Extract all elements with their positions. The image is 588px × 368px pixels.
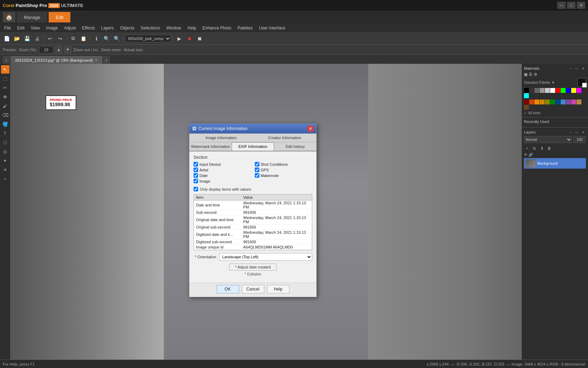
swatch-red[interactable] <box>555 88 560 93</box>
dodge-tool[interactable]: ☀ <box>1 165 9 174</box>
crop-tool[interactable]: ✂ <box>1 83 9 92</box>
cb-image[interactable]: Image <box>194 179 251 183</box>
move-tool[interactable]: ✥ <box>1 93 9 101</box>
home-button[interactable]: 🏠 <box>3 12 15 22</box>
cb-shot-conditions-checkbox[interactable] <box>255 162 259 166</box>
settings-icon[interactable]: ⚙ <box>534 72 537 77</box>
zoom-out-button[interactable]: 🔍 <box>112 34 121 43</box>
tab-close-button[interactable]: ✕ <box>95 58 98 62</box>
menu-view[interactable]: View <box>28 25 43 31</box>
cb-gps-checkbox[interactable] <box>255 168 259 172</box>
menu-user-interface[interactable]: User Interface <box>256 25 288 31</box>
menu-layers[interactable]: Layers <box>98 25 117 31</box>
select-tool[interactable]: ↖ <box>1 65 9 74</box>
swatch-tan[interactable] <box>576 100 581 104</box>
swatch-dark-orange[interactable] <box>540 100 545 104</box>
background-color-swatch[interactable] <box>582 83 587 88</box>
visibility-icon[interactable]: 👁 <box>524 153 527 157</box>
swatch-light-gray[interactable] <box>540 88 545 93</box>
only-display-checkbox[interactable] <box>194 187 198 191</box>
swatch-orange[interactable] <box>534 100 539 104</box>
manage-button[interactable]: Manage <box>17 12 47 22</box>
cb-artist-checkbox[interactable] <box>194 168 198 172</box>
cb-date-checkbox[interactable] <box>194 173 198 178</box>
info-button[interactable]: ℹ <box>92 34 101 43</box>
zoom-in-button[interactable]: 🔍 <box>102 34 111 43</box>
swatch-lighter-gray[interactable] <box>545 88 550 93</box>
eraser-tool[interactable]: ⌫ <box>1 111 9 119</box>
heal-tool[interactable]: ✦ <box>1 156 9 165</box>
menu-window[interactable]: Window <box>163 25 184 31</box>
stop-button[interactable]: ⏹ <box>195 34 204 43</box>
copy-button[interactable]: ⧉ <box>69 34 78 43</box>
edit-button[interactable]: Edit <box>49 12 70 22</box>
cb-date[interactable]: Date <box>194 173 251 178</box>
swatch-blue[interactable] <box>566 88 571 93</box>
swatch-purple[interactable] <box>566 100 571 104</box>
materials-expand-button[interactable]: □ <box>574 66 580 71</box>
text-tool[interactable]: T <box>1 129 9 137</box>
swatch-pink[interactable] <box>571 100 576 104</box>
palette-dropdown-icon[interactable]: ▼ <box>552 81 555 84</box>
layer-add-button[interactable]: + <box>524 145 530 151</box>
tab-watermark-information[interactable]: Watermark Information <box>189 142 232 151</box>
zoom-up-button[interactable]: ▲ <box>55 46 62 53</box>
fill-tool[interactable]: 🪣 <box>1 120 9 128</box>
layer-duplicate-button[interactable]: ⧉ <box>531 145 538 151</box>
restore-button[interactable]: □ <box>567 2 575 9</box>
zoom-input[interactable]: 19 <box>39 46 53 53</box>
swatch-dark-gray[interactable] <box>529 88 534 93</box>
swatch-black[interactable] <box>524 88 529 93</box>
paste-button[interactable]: 📋 <box>79 34 88 43</box>
list-view-icon[interactable]: ☰ <box>529 72 532 77</box>
menu-file[interactable]: File <box>1 25 14 31</box>
tab-next-button[interactable]: › <box>103 56 110 64</box>
menu-enhance-photo[interactable]: Enhance Photo <box>200 25 234 31</box>
print-button[interactable]: 🖨 <box>33 34 42 43</box>
undo-button[interactable]: ↩ <box>46 34 55 43</box>
help-button[interactable]: Help <box>267 285 289 293</box>
layer-delete-button[interactable]: 🗑 <box>546 145 552 151</box>
redo-button[interactable]: ↪ <box>56 34 65 43</box>
grid-view-icon[interactable]: ▦ <box>524 72 527 77</box>
cb-image-checkbox[interactable] <box>194 179 198 183</box>
layer-merge-button[interactable]: ⬇ <box>539 145 545 151</box>
swatch-magenta[interactable] <box>576 88 581 93</box>
materials-close-button[interactable]: ✕ <box>580 66 586 71</box>
layers-expand-button[interactable]: □ <box>574 130 580 135</box>
swatch-white[interactable] <box>550 88 555 93</box>
cb-gps[interactable]: GPS <box>255 168 313 172</box>
menu-selections[interactable]: Selections <box>138 25 163 31</box>
swatch-olive[interactable] <box>545 100 550 104</box>
menu-adjust[interactable]: Adjust <box>61 25 78 31</box>
foreground-color-swatch[interactable] <box>578 78 586 87</box>
orientation-select[interactable]: Landscape (Top Left) Portrait (Top Right… <box>219 253 312 261</box>
cb-input-device[interactable]: Input Device <box>194 162 251 166</box>
tab-edit-history[interactable]: Edit history <box>274 142 316 151</box>
selection-tool[interactable]: ⬚ <box>1 74 9 83</box>
swatch-navy[interactable] <box>555 100 560 104</box>
menu-image[interactable]: Image <box>43 25 61 31</box>
swatch-green[interactable] <box>561 88 566 93</box>
tab-image-information[interactable]: Image Information <box>189 134 253 142</box>
save-button[interactable]: 💾 <box>22 34 31 43</box>
menu-objects[interactable]: Objects <box>117 25 137 31</box>
minimize-button[interactable]: ─ <box>557 2 566 9</box>
opacity-input[interactable] <box>573 136 586 143</box>
play-button[interactable]: ▶ <box>175 34 184 43</box>
swatch-cyan[interactable] <box>524 93 529 98</box>
cb-shot-conditions[interactable]: Shot Conditions <box>255 162 313 166</box>
cb-makernote-checkbox[interactable] <box>255 173 259 178</box>
swatch-dark-red[interactable] <box>524 100 529 104</box>
dialog-close-button[interactable]: ✕ <box>307 125 314 132</box>
menu-edit[interactable]: Edit <box>14 25 27 31</box>
layers-minimize-button[interactable]: ─ <box>568 130 573 135</box>
tab-prev-button[interactable]: ‹ <box>3 56 10 64</box>
menu-help[interactable]: Help <box>185 25 199 31</box>
zoom-down-button[interactable]: ▼ <box>64 46 71 53</box>
cb-input-device-checkbox[interactable] <box>194 162 198 166</box>
open-button[interactable]: 📂 <box>12 34 21 43</box>
cancel-button[interactable]: Cancel <box>242 285 264 293</box>
add-layer-button[interactable]: + <box>1 175 9 183</box>
record-button record-btn[interactable]: ⏺ <box>185 34 194 43</box>
